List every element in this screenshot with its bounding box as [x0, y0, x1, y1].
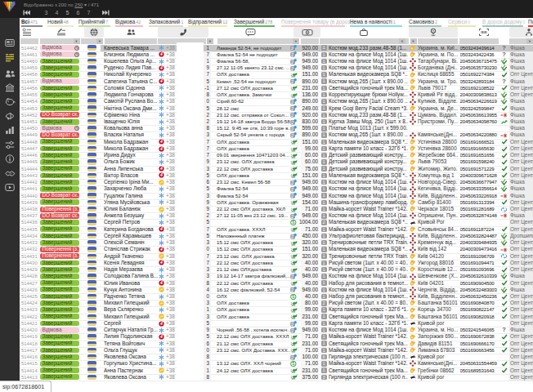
svg-text:$: $	[292, 220, 294, 225]
svg-text:$: $	[292, 294, 294, 299]
svg-text:$: $	[292, 361, 294, 366]
